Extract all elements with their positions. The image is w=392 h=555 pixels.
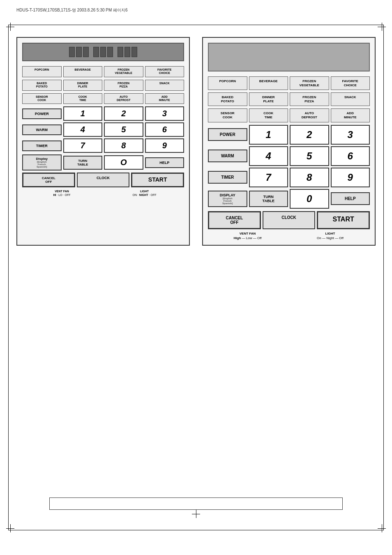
right-frozen-pizza-btn[interactable]: FROZENPIZZA: [290, 92, 329, 106]
left-add-minute-btn[interactable]: ADDMINUTE: [145, 93, 184, 104]
right-baked-potato-btn[interactable]: BAKEDPOTATO: [208, 92, 247, 106]
left-warm-btn[interactable]: WARM: [22, 124, 62, 135]
left-vent-light-row: Vent Fan HI · LO · OFF Light ON · NIGHT …: [22, 190, 184, 196]
page-border-left: [8, 25, 9, 530]
left-turn-table-btn[interactable]: TurnTable: [63, 156, 103, 170]
left-num-5-btn[interactable]: 5: [104, 122, 143, 137]
left-sensor-cook-btn[interactable]: SENSORCOOK: [22, 93, 62, 104]
left-num-8-btn[interactable]: 8: [104, 138, 143, 153]
left-cook-time-btn[interactable]: COOKTIME: [63, 93, 103, 104]
page-border-right: [383, 25, 384, 530]
right-turn-table-btn[interactable]: TURNTABLE: [249, 191, 288, 207]
left-row3: SENSORCOOK COOKTIME AUTODEFROST ADDMINUT…: [22, 93, 184, 104]
right-clock-btn[interactable]: CLOCK: [263, 211, 316, 229]
left-dinner-plate-btn[interactable]: DINNERPLATE: [63, 80, 103, 91]
left-light-options: ON · NIGHT · OFF: [105, 193, 184, 196]
right-num-3-btn[interactable]: 3: [331, 125, 370, 145]
right-action-row: CANCELOFF CLOCK START: [208, 211, 370, 229]
bottom-text-box: [49, 497, 343, 510]
left-num-4-btn[interactable]: 4: [63, 122, 103, 137]
left-favorite-btn[interactable]: FAVORITECHOICE: [145, 66, 184, 77]
crosshair-bottom-left: [6, 524, 14, 532]
crosshair-center: [192, 510, 200, 518]
left-num-1-btn[interactable]: 1: [63, 106, 103, 121]
right-num-4-btn[interactable]: 4: [249, 146, 288, 166]
main-content: POPCORN BEVERAGE FROZENVEGETABLE FAVORIT…: [16, 37, 376, 246]
left-light-title: Light: [105, 190, 184, 193]
right-num-6-btn[interactable]: 6: [331, 146, 370, 166]
right-popcorn-btn[interactable]: POPCORN: [208, 76, 247, 90]
right-warm-btn[interactable]: WARM: [208, 150, 247, 162]
left-beverage-btn[interactable]: BEVERAGE: [63, 66, 103, 77]
right-cook-time-btn[interactable]: COOKTIME: [249, 108, 288, 122]
left-vent-options: HI · LO · OFF: [22, 193, 101, 196]
right-display-btn[interactable]: DISPLAY [EnglishFrenchSpanish]: [208, 191, 247, 207]
right-bottom-num-row: DISPLAY [EnglishFrenchSpanish] TURNTABLE…: [208, 189, 370, 209]
left-num-9-btn[interactable]: 9: [145, 138, 184, 153]
crosshair-top-left: [6, 23, 14, 31]
left-vent-section: Vent Fan HI · LO · OFF: [22, 190, 101, 196]
right-row1: POPCORN BEVERAGE FROZENVEGETABLE FAVORIT…: [208, 76, 370, 90]
right-frozen-veg-btn[interactable]: FROZENVEGETABLE: [290, 76, 329, 90]
right-light-section: LIGHT On — Night — Off: [291, 232, 370, 240]
right-power-btn[interactable]: POWER: [208, 128, 247, 141]
left-num-3-btn[interactable]: 3: [145, 106, 184, 121]
right-num-0-btn[interactable]: 0: [290, 189, 329, 209]
right-light-options: On — Night — Off: [291, 236, 370, 240]
right-help-btn[interactable]: HELP: [331, 192, 370, 205]
left-popcorn-btn[interactable]: POPCORN: [22, 66, 62, 77]
right-favorite-btn[interactable]: FAVORITECHOICE: [331, 76, 370, 90]
right-sensor-cook-btn[interactable]: SENSORCOOK: [208, 108, 247, 122]
right-num-row-3: TIMER 7 8 9: [208, 168, 370, 187]
left-action-row: CANCELOFF CLOCK START: [22, 173, 184, 187]
left-cancel-btn[interactable]: CANCELOFF: [22, 173, 75, 187]
right-vent-title: VENT FAN: [208, 232, 287, 235]
right-timer-btn[interactable]: TIMER: [208, 171, 247, 184]
left-snack-btn[interactable]: SNACK: [145, 80, 184, 91]
left-vent-title: Vent Fan: [22, 190, 101, 193]
left-display-screen: [22, 43, 184, 61]
left-num-row-2: WARM 4 5 6: [22, 122, 184, 137]
page-border-bottom: [8, 530, 384, 530]
right-snack-btn[interactable]: SNACK: [331, 92, 370, 106]
left-power-btn[interactable]: POWER: [22, 108, 62, 119]
left-help-btn[interactable]: Help: [145, 157, 184, 168]
right-num-row-2: WARM 4 5 6: [208, 146, 370, 166]
right-num-row-1: POWER 1 2 3: [208, 125, 370, 145]
page-border-top: [8, 25, 384, 25]
left-auto-defrost-btn[interactable]: AUTODEFROST: [104, 93, 143, 104]
left-frozen-pizza-btn[interactable]: FROZENPIZZA: [104, 80, 143, 91]
right-beverage-btn[interactable]: BEVERAGE: [249, 76, 288, 90]
left-frozen-veg-btn[interactable]: FROZENVEGETABLE: [104, 66, 143, 77]
right-num-5-btn[interactable]: 5: [290, 146, 329, 166]
left-light-section: Light ON · NIGHT · OFF: [105, 190, 184, 196]
right-num-1-btn[interactable]: 1: [249, 125, 288, 145]
left-num-row-1: POWER 1 2 3: [22, 106, 184, 121]
right-num-2-btn[interactable]: 2: [290, 125, 329, 145]
left-panel: POPCORN BEVERAGE FROZENVEGETABLE FAVORIT…: [16, 37, 190, 246]
left-num-0-btn[interactable]: O: [104, 155, 143, 170]
right-num-8-btn[interactable]: 8: [290, 168, 329, 187]
right-cancel-btn[interactable]: CANCELOFF: [208, 211, 261, 229]
right-num-7-btn[interactable]: 7: [249, 168, 288, 187]
right-auto-defrost-btn[interactable]: AUTODEFROST: [290, 108, 329, 122]
left-num-row-3: TIMER 7 8 9: [22, 138, 184, 153]
right-vent-light-row: VENT FAN High — Low — Off LIGHT On — Nig…: [208, 232, 370, 240]
left-display-btn[interactable]: Display [EnglishFrenchSpanish]: [22, 154, 62, 170]
right-dinner-plate-btn[interactable]: DINNERPLATE: [249, 92, 288, 106]
right-vent-options: High — Low — Off: [208, 236, 287, 240]
right-start-btn[interactable]: START: [317, 211, 370, 229]
right-add-minute-btn[interactable]: ADDMINUTE: [331, 108, 370, 122]
right-num-9-btn[interactable]: 9: [331, 168, 370, 187]
left-num-7-btn[interactable]: 7: [63, 138, 103, 153]
crosshair-bottom-right: [378, 524, 386, 532]
left-num-6-btn[interactable]: 6: [145, 122, 184, 137]
left-num-2-btn[interactable]: 2: [104, 106, 143, 121]
header-text: HDUS-T-170SW,170SB,171S-영 2003.8.26 5:30…: [16, 7, 128, 13]
left-clock-btn[interactable]: CLOCK: [77, 173, 130, 187]
left-timer-btn[interactable]: TIMER: [22, 140, 62, 151]
left-baked-potato-btn[interactable]: BAKEDPOTATO: [22, 80, 62, 91]
right-row2: BAKEDPOTATO DINNERPLATE FROZENPIZZA SNAC…: [208, 92, 370, 106]
right-display-screen: [208, 43, 370, 71]
left-start-btn[interactable]: START: [131, 173, 184, 187]
